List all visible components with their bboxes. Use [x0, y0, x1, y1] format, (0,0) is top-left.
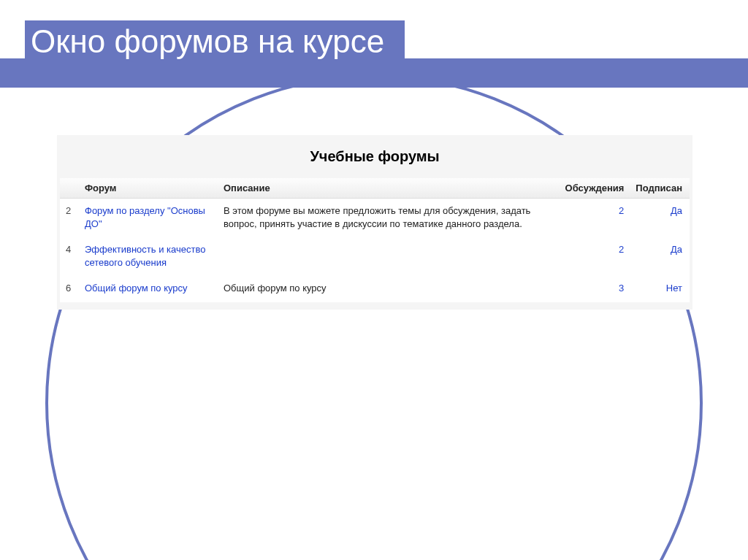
forum-link[interactable]: Общий форум по курсу: [85, 283, 188, 294]
col-forum: Форум: [79, 178, 218, 199]
discussions-link[interactable]: 2: [619, 205, 624, 216]
discussions-link[interactable]: 3: [619, 283, 624, 294]
row-index: 2: [60, 199, 79, 238]
discussions-count: 2: [557, 199, 630, 238]
table-row: 6 Общий форум по курсу Общий форум по ку…: [60, 276, 690, 302]
col-subscribed: Подписан: [630, 178, 690, 199]
forum-name-cell: Форум по разделу "Основы ДО": [79, 199, 218, 238]
subscribed-cell: Нет: [630, 276, 690, 302]
table-header-row: Форум Описание Обсуждения Подписан: [60, 178, 690, 199]
subscribe-toggle[interactable]: Нет: [666, 283, 682, 294]
slide-title: Окно форумов на курсе: [25, 20, 405, 73]
col-desc: Описание: [218, 178, 557, 199]
forum-description: [218, 237, 557, 276]
forums-panel: Учебные форумы Форум Описание Обсуждения…: [57, 135, 692, 310]
col-discussions: Обсуждения: [557, 178, 630, 199]
forum-link[interactable]: Форум по разделу "Основы ДО": [85, 205, 205, 229]
table-row: 4 Эффективность и качество сетевого обуч…: [60, 237, 690, 276]
table-row: 2 Форум по разделу "Основы ДО" В этом фо…: [60, 199, 690, 238]
forum-name-cell: Общий форум по курсу: [79, 276, 218, 302]
row-index: 4: [60, 237, 79, 276]
forum-link[interactable]: Эффективность и качество сетевого обучен…: [85, 244, 205, 268]
discussions-count: 2: [557, 237, 630, 276]
panel-title: Учебные форумы: [60, 144, 690, 178]
discussions-count: 3: [557, 276, 630, 302]
subscribe-toggle[interactable]: Да: [671, 205, 682, 216]
forum-description: Общий форум по курсу: [218, 276, 557, 302]
forum-name-cell: Эффективность и качество сетевого обучен…: [79, 237, 218, 276]
discussions-link[interactable]: 2: [619, 244, 624, 255]
forums-table: Форум Описание Обсуждения Подписан 2 Фор…: [60, 178, 690, 302]
subscribe-toggle[interactable]: Да: [671, 244, 682, 255]
forum-description: В этом форуме вы можете предложить темы …: [218, 199, 557, 238]
subscribed-cell: Да: [630, 199, 690, 238]
col-idx: [60, 178, 79, 199]
subscribed-cell: Да: [630, 237, 690, 276]
row-index: 6: [60, 276, 79, 302]
